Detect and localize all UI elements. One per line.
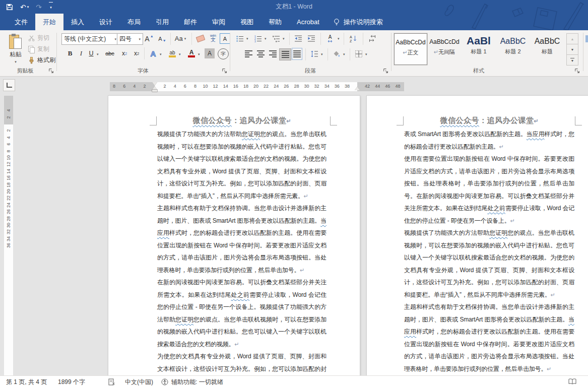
multilevel-dropdown-icon[interactable]: ▾ xyxy=(283,37,285,41)
font-size-combo[interactable]: 四号 ▾ xyxy=(117,33,143,45)
bullets-dropdown-icon[interactable]: ▾ xyxy=(246,37,248,41)
page-indicator[interactable]: 第 1 页, 共 4 页 xyxy=(6,378,47,386)
styles-scroll-down-button[interactable]: ▼ xyxy=(566,44,578,55)
shrink-font-button[interactable]: A▼ xyxy=(156,33,168,44)
numbering-dropdown-icon[interactable]: ▾ xyxy=(265,37,267,41)
doc-paragraph[interactable]: 在新的阅读视图中阅读更加容易。可以折叠文档某些部分并关注所需文本。如果在达到结尾… xyxy=(157,276,326,350)
font-dialog-launcher-icon[interactable] xyxy=(222,68,227,74)
doc-paragraph[interactable]: 主题和样式也有助于文档保持协调。当您单击设计并选择新的主题时，图片、图表或 Sm… xyxy=(157,202,326,276)
doc-title[interactable]: 微信公众号：追风办公课堂↵ xyxy=(404,114,574,127)
tab-review[interactable]: 审阅 xyxy=(205,14,233,30)
doc-paragraph[interactable]: 视频提供了功能强大的方法帮助您证明您的观点。当您单击联机视频时，可以在想要添加的… xyxy=(404,227,574,301)
doc-body[interactable]: 表或 SmartArt 图形将会更改以匹配新的主题。当应用样式时，您的标题会进行… xyxy=(404,128,574,375)
enclose-characters-button[interactable]: 字 xyxy=(218,48,229,59)
shading-dropdown-icon[interactable]: ▾ xyxy=(343,52,345,56)
left-indent-marker[interactable] xyxy=(152,90,157,92)
clipboard-dialog-launcher-icon[interactable] xyxy=(48,68,54,74)
styles-more-button[interactable]: ▼ xyxy=(566,54,578,66)
font-size-dropdown-icon[interactable]: ▾ xyxy=(139,37,141,41)
document-page-1[interactable]: 微信公众号：追风办公课堂↵ 视频提供了功能强大的方法帮助您证明您的观点。当您单击… xyxy=(108,96,360,375)
change-case-button[interactable]: Aa▾ xyxy=(172,33,188,44)
font-name-combo[interactable]: 等线 (中文正文) ▾ xyxy=(61,33,119,45)
underline-button[interactable]: U xyxy=(87,47,96,59)
doc-paragraph[interactable]: 表或 SmartArt 图形将会更改以匹配新的主题。当应用样式时，您的标题会进行… xyxy=(404,128,574,153)
sort-button[interactable]: AZ xyxy=(347,33,360,44)
tab-insert[interactable]: 插入 xyxy=(63,14,92,30)
clear-formatting-button[interactable] xyxy=(194,33,207,44)
doc-paragraph[interactable]: 主题和样式也有助于文档保持协调。当您单击设计并选择新的主题时，图片、图表或 Sm… xyxy=(404,301,574,375)
right-indent-marker[interactable] xyxy=(355,87,360,90)
character-shading-button[interactable]: A xyxy=(205,48,215,58)
doc-paragraph[interactable]: 使用在需要位置出现的新按钮在 Word 中保存时间。若要更改图片适应文档的方式，… xyxy=(404,153,574,227)
first-line-indent-marker[interactable] xyxy=(152,82,157,86)
superscript-button[interactable]: x2 xyxy=(131,47,142,59)
paste-dropdown-icon[interactable]: ▾ xyxy=(15,60,17,64)
tab-file[interactable]: 文件 xyxy=(7,14,35,30)
align-left-button[interactable] xyxy=(243,48,254,59)
text-effects-button[interactable]: A xyxy=(147,47,159,59)
tab-acrobat[interactable]: Acrobat xyxy=(289,14,327,30)
tab-stop-selector[interactable] xyxy=(3,79,15,91)
style-no-spacing[interactable]: AaBbCcDd ↵无间隔 xyxy=(428,33,461,64)
vertical-ruler[interactable]: 4224681012141618202224262830323436 xyxy=(4,96,13,375)
horizontal-ruler[interactable]: 8642246810121416182022242628303234363842… xyxy=(110,82,404,91)
font-name-dropdown-icon[interactable]: ▾ xyxy=(114,37,116,41)
tab-references[interactable]: 引用 xyxy=(148,14,176,30)
bullets-button[interactable] xyxy=(234,33,246,44)
styles-dialog-launcher-icon[interactable] xyxy=(574,68,580,74)
tab-design[interactable]: 设计 xyxy=(92,14,120,30)
language-indicator[interactable]: 中文(中国) xyxy=(125,378,153,386)
doc-paragraph[interactable]: 视频提供了功能强大的方法帮助您证明您的观点。当您单击联机视频时，可以在想要添加的… xyxy=(157,128,326,202)
paragraph-dialog-launcher-icon[interactable] xyxy=(383,68,388,74)
phonetic-guide-button[interactable]: wén 文 xyxy=(208,32,219,45)
tab-home[interactable]: 开始 xyxy=(35,14,63,30)
justify-button[interactable] xyxy=(279,48,291,60)
asian-layout-dropdown-icon[interactable]: ▾ xyxy=(338,37,340,41)
style-heading2[interactable]: AaBbC 标题 2 xyxy=(497,33,529,64)
tab-help[interactable]: 帮助 xyxy=(261,14,289,30)
strikethrough-button[interactable]: abc xyxy=(103,47,117,59)
shading-button[interactable] xyxy=(331,48,343,59)
format-painter-button[interactable]: 格式刷 xyxy=(28,56,55,64)
grow-font-button[interactable]: A▲ xyxy=(143,33,155,44)
tell-me-search[interactable]: 操作说明搜索 xyxy=(327,14,389,30)
align-right-button[interactable] xyxy=(267,48,278,59)
italic-button[interactable]: I xyxy=(77,47,86,59)
style-title[interactable]: AaBbC 标题 xyxy=(531,33,563,64)
word-count[interactable]: 1899 个字 xyxy=(58,378,85,386)
borders-button[interactable] xyxy=(353,48,365,59)
align-center-button[interactable] xyxy=(255,48,266,59)
doc-body[interactable]: 视频提供了功能强大的方法帮助您证明您的观点。当您单击联机视频时，可以在想要添加的… xyxy=(157,128,326,375)
highlight-dropdown-icon[interactable]: ▾ xyxy=(179,52,181,56)
doc-title[interactable]: 微信公众号：追风办公课堂↵ xyxy=(157,114,326,127)
accessibility-status[interactable]: 辅助功能: 一切就绪 xyxy=(171,378,223,386)
increase-indent-button[interactable] xyxy=(305,33,317,44)
font-color-button[interactable]: A xyxy=(185,47,198,59)
paste-button[interactable]: 粘贴 ▾ xyxy=(4,32,27,66)
document-page-2[interactable]: 微信公众号：追风办公课堂↵ 表或 SmartArt 图形将会更改以匹配新的主题。… xyxy=(367,96,588,375)
numbering-button[interactable]: 123 xyxy=(252,33,264,44)
subscript-button[interactable]: x2 xyxy=(119,47,130,59)
proofing-status-icon[interactable] xyxy=(108,378,115,387)
doc-paragraph[interactable]: 为使您的文档具有专业外观，Word 提供了页眉、页脚、封面和文本框设计，这些设计… xyxy=(157,350,326,375)
read-mode-view-icon[interactable] xyxy=(568,378,576,386)
borders-dropdown-icon[interactable]: ▾ xyxy=(365,52,367,56)
text-effects-dropdown-icon[interactable]: ▾ xyxy=(160,52,162,56)
highlight-button[interactable]: ab xyxy=(166,47,178,59)
asian-layout-button[interactable]: A xyxy=(323,33,337,44)
tab-layout[interactable]: 布局 xyxy=(120,14,148,30)
tab-mailings[interactable]: 邮件 xyxy=(176,14,205,30)
style-heading1[interactable]: AaBl 标题 1 xyxy=(463,33,495,64)
line-spacing-button[interactable] xyxy=(308,48,320,59)
tab-view[interactable]: 视图 xyxy=(233,14,261,30)
multilevel-list-button[interactable] xyxy=(270,33,282,44)
distribute-button[interactable] xyxy=(291,48,302,59)
decrease-indent-button[interactable] xyxy=(292,33,304,44)
underline-dropdown-icon[interactable]: ▾ xyxy=(97,52,99,56)
accessibility-icon[interactable] xyxy=(161,378,168,387)
character-border-button[interactable]: A xyxy=(220,33,230,44)
style-normal[interactable]: AaBbCcDd ↵正文 xyxy=(394,33,427,65)
hanging-indent-marker[interactable] xyxy=(152,86,157,90)
font-color-dropdown-icon[interactable]: ▾ xyxy=(198,52,200,56)
bold-button[interactable]: B xyxy=(64,47,76,59)
